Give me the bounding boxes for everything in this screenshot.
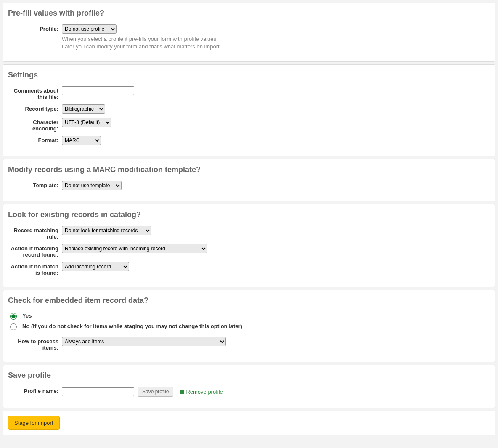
profile-name-label: Profile name:	[8, 387, 62, 394]
save-profile-button[interactable]: Save profile	[138, 387, 173, 397]
prefill-heading: Pre-fill values with profile?	[8, 9, 490, 18]
submit-panel: Stage for import	[3, 411, 495, 435]
embedded-panel: Check for embedded item record data? Yes…	[3, 290, 495, 362]
comments-input[interactable]	[62, 86, 134, 95]
encoding-label: Character encoding:	[8, 118, 62, 132]
embedded-yes-label: Yes	[22, 313, 32, 319]
settings-panel: Settings Comments about this file: Recor…	[3, 64, 495, 156]
embedded-no-radio[interactable]	[10, 323, 17, 330]
match-action-select[interactable]: Replace existing record with incoming re…	[62, 244, 207, 253]
template-select[interactable]: Do not use template	[62, 181, 122, 190]
profile-hint2: Later you can modify your form and that'…	[62, 43, 490, 50]
save-profile-heading: Save profile	[8, 371, 490, 380]
modify-heading: Modify records using a MARC modification…	[8, 165, 490, 174]
embedded-yes-radio[interactable]	[10, 313, 17, 320]
remove-profile-link[interactable]: Remove profile	[180, 389, 223, 395]
remove-profile-text: Remove profile	[186, 389, 223, 395]
format-label: Format:	[8, 136, 62, 143]
matching-heading: Look for existing records in catalog?	[8, 210, 490, 219]
profile-label: Profile:	[8, 24, 62, 32]
nomatch-action-label: Action if no match is found:	[8, 262, 62, 276]
process-items-label: How to process items:	[8, 337, 62, 351]
profile-select[interactable]: Do not use profile	[62, 24, 117, 34]
trash-icon	[180, 389, 184, 394]
nomatch-action-select[interactable]: Add incoming record	[62, 262, 129, 271]
prefill-panel: Pre-fill values with profile? Profile: D…	[3, 3, 495, 62]
embedded-heading: Check for embedded item record data?	[8, 296, 490, 305]
comments-label: Comments about this file:	[8, 86, 62, 100]
match-action-label: Action if matching record found:	[8, 244, 62, 258]
record-type-select[interactable]: Bibliographic	[62, 104, 105, 114]
matching-rule-select[interactable]: Do not look for matching records	[62, 226, 151, 235]
profile-hint1: When you select a profile it pre-fills y…	[62, 35, 490, 43]
modify-panel: Modify records using a MARC modification…	[3, 159, 495, 201]
template-label: Template:	[8, 181, 62, 188]
matching-rule-label: Record matching rule:	[8, 226, 62, 240]
profile-name-input[interactable]	[62, 387, 134, 396]
encoding-select[interactable]: UTF-8 (Default)	[62, 118, 111, 127]
matching-panel: Look for existing records in catalog? Re…	[3, 204, 495, 287]
format-select[interactable]: MARC	[62, 136, 101, 145]
process-items-select[interactable]: Always add items	[62, 337, 226, 346]
record-type-label: Record type:	[8, 104, 62, 112]
stage-for-import-button[interactable]: Stage for import	[8, 416, 60, 430]
settings-heading: Settings	[8, 71, 490, 80]
save-profile-panel: Save profile Profile name: Save profile …	[3, 365, 495, 408]
embedded-no-label: No (If you do not check for items while …	[22, 323, 242, 329]
